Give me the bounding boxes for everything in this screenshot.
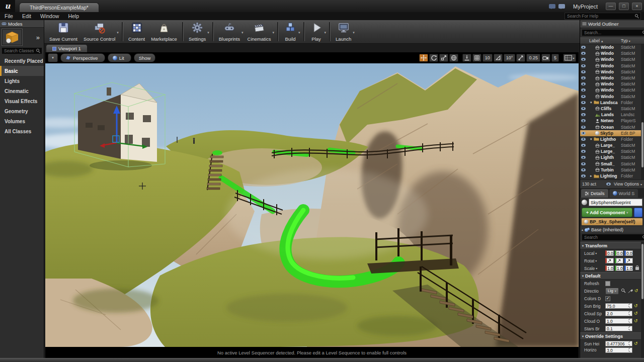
visibility-eye-icon[interactable] [581,138,586,141]
caret-down-icon[interactable]: ▾ [298,31,300,35]
tab-details[interactable]: Details [581,189,608,198]
outliner-row-windo[interactable]: WindoStaticM [580,56,644,62]
rotation-snap[interactable] [494,54,503,62]
camera-speed-value[interactable]: 5 [551,54,559,62]
toolbar-button-cinematics[interactable]: Cinematics▾ [245,21,276,43]
outliner-row-lighth[interactable]: LighthStaticM [580,154,644,160]
visibility-eye-icon[interactable] [581,88,586,92]
caret-down-icon[interactable]: ▾ [596,266,597,270]
menu-item-window[interactable]: Window [36,13,63,19]
number-field[interactable]: 1.0 [605,318,632,324]
outliner-row-netwo[interactable]: NetwoPlayerS [580,118,644,124]
visibility-eye-icon[interactable] [581,162,586,165]
caret-down-icon[interactable]: ▾ [117,31,119,35]
modes-category-basic[interactable]: Basic [0,66,44,76]
details-scrollbar-thumb[interactable] [641,244,643,299]
axis-value-field[interactable] [605,258,614,263]
visibility-eye-icon[interactable] [581,82,586,85]
modes-category-recently-placed[interactable]: Recently Placed [0,56,44,66]
outliner-row-cliffs[interactable]: CliffsStaticM [580,106,644,112]
axis-value-field[interactable]: 1.0 [615,265,623,271]
visibility-eye-icon[interactable] [581,113,586,116]
reset-to-default-icon[interactable]: ↺ [634,319,638,323]
base-inherited-row[interactable]: ▴ Base (Inherited) [580,226,644,233]
community-bubble-icon[interactable] [558,4,565,9]
axis-value-field[interactable] [624,258,633,263]
outliner-row-lands[interactable]: LandsLandsc [580,112,644,118]
outliner-row-small[interactable]: Small_StaticM [580,161,644,167]
surface-snap[interactable] [462,54,471,62]
outliner-scrollbar-thumb[interactable] [641,122,643,167]
outliner-row-large[interactable]: Large_StaticM [580,142,644,148]
caret-down-icon[interactable]: ▾ [207,31,209,35]
menu-item-help[interactable]: Help [63,13,84,19]
visibility-eye-icon[interactable] [581,144,586,147]
modes-panel-header[interactable]: Modes [0,20,44,28]
axis-value-field[interactable]: 1.0 [605,265,614,271]
details-scrollbar[interactable] [641,242,644,362]
axis-value-field[interactable]: 0.0 [605,250,614,256]
axis-value-field[interactable]: 0.0 [615,250,623,256]
menu-item-edit[interactable]: Edit [18,13,36,19]
visibility-eye-icon[interactable] [581,119,586,122]
number-field[interactable]: 0.1 [605,326,632,331]
component-row-selected[interactable]: BP_Sky_Sphere(self) [582,218,642,225]
outliner-scrollbar[interactable] [641,44,644,179]
add-component-button[interactable]: + Add Component▾ [582,208,632,217]
help-search-input[interactable] [565,14,634,19]
maximize-viewport-button[interactable]: ▾ [563,54,576,62]
outliner-row-lightho[interactable]: ▾LighthoFolder [580,136,644,142]
reset-to-default-icon[interactable]: ↺ [634,304,638,308]
visibility-eye-icon[interactable] [581,126,586,129]
viewport-lit-button[interactable]: Lit [108,53,131,62]
toolbar-button-save-current[interactable]: Save Current [46,21,80,43]
details-search-input[interactable] [582,235,642,240]
visibility-eye-icon[interactable] [581,58,586,61]
drag-spinner-icon[interactable] [628,303,631,309]
reset-to-default-icon[interactable]: ↺ [634,289,638,293]
edit-blueprint-button[interactable] [634,208,642,217]
expander-open-icon[interactable]: ▾ [590,101,594,105]
caret-down-icon[interactable]: ▾ [595,259,597,262]
toolbar-button-build[interactable]: Build▾ [281,21,301,43]
outliner-search-input[interactable] [582,30,642,35]
axis-value-field[interactable]: 1.0 [624,265,633,271]
outliner-row-windo[interactable]: WindoStaticM [580,94,644,100]
toolbar-button-blueprints[interactable]: Blueprints▾ [216,21,245,43]
viewport-scene[interactable] [45,63,579,347]
minimize-button[interactable]: — [606,3,616,10]
view-options-button[interactable]: View Options ▾ [605,182,642,187]
drag-spinner-icon[interactable] [628,311,631,317]
scale-lock-icon[interactable] [635,267,639,270]
level-tab[interactable]: ThirdPersonExampleMap* [19,3,99,12]
reset-to-default-icon[interactable]: ↺ [634,311,638,316]
modes-search-input[interactable] [2,48,36,53]
scale-tool[interactable] [439,54,448,62]
modes-category-all-classes[interactable]: All Classes [0,126,44,136]
axis-value-field[interactable]: 0.0 [624,250,633,256]
rotate-tool[interactable] [429,54,438,62]
number-field[interactable]: 0.477306 [605,341,632,346]
modes-category-volumes[interactable]: Volumes [0,116,44,126]
number-field[interactable]: 75.0 [605,303,632,309]
viewport-show-button[interactable]: Show [134,53,156,62]
outliner-row-windo[interactable]: WindoStaticM [580,63,644,69]
move-tool[interactable] [419,54,428,62]
drag-spinner-icon[interactable] [628,318,631,324]
caret-down-icon[interactable]: ▾ [242,31,244,35]
viewport-tab[interactable]: Viewport 1 [46,45,87,52]
caret-down-icon[interactable]: ▾ [273,31,275,35]
modes-category-lights[interactable]: Lights [0,76,44,86]
visibility-eye-icon[interactable] [581,52,586,55]
outliner-row-windo[interactable]: WindoStaticM [580,50,644,56]
drag-spinner-icon[interactable] [628,341,631,347]
section-header-transform[interactable]: ▾Transform [580,242,644,249]
expander-open-icon[interactable]: ▾ [590,137,594,141]
toolbar-button-launch[interactable]: Launch▾ [333,21,356,43]
asset-dropdown[interactable]: Lig▾ [605,288,619,295]
scale-snap[interactable] [516,54,525,62]
viewport-options-button[interactable]: ▾ [48,53,58,62]
caret-down-icon[interactable]: ▾ [325,31,327,35]
outliner-column-headers[interactable]: Label▲ Typ▾ [580,37,644,44]
visibility-eye-icon[interactable] [581,156,586,159]
